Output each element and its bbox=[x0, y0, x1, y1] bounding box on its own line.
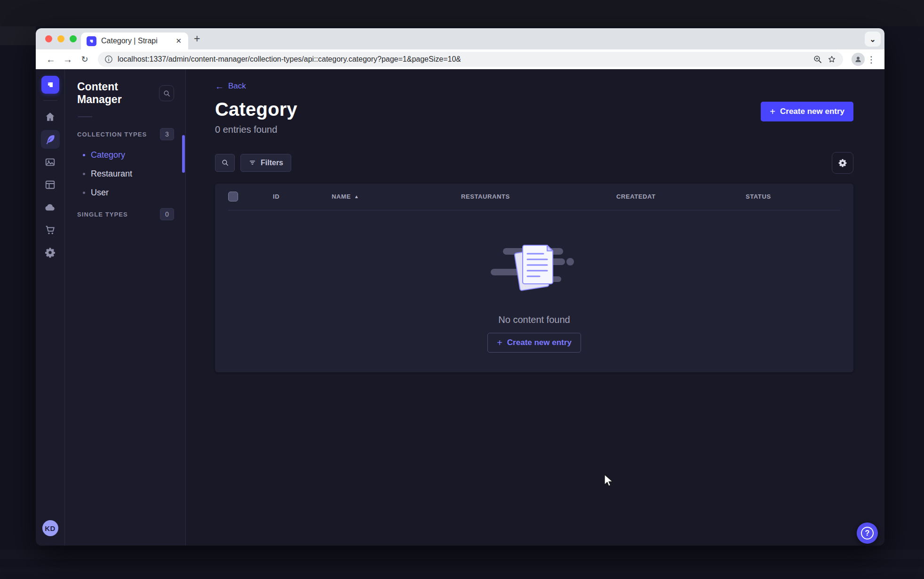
column-header-id[interactable]: ID bbox=[273, 193, 332, 200]
single-types-count-badge: 0 bbox=[160, 208, 174, 220]
column-header-name[interactable]: NAME ▲ bbox=[332, 193, 461, 200]
collection-types-list: Category Restaurant User bbox=[77, 145, 174, 202]
main-content: ← Back Category 0 entries found + Create… bbox=[186, 69, 884, 546]
page-title: Category bbox=[215, 99, 297, 120]
help-button[interactable]: ? bbox=[857, 523, 878, 544]
rail-divider bbox=[43, 100, 57, 101]
sidebar-item-media-library[interactable] bbox=[41, 153, 60, 171]
subnav-item-restaurant[interactable]: Restaurant bbox=[77, 164, 174, 183]
subnav-scrollbar-thumb[interactable] bbox=[182, 135, 185, 173]
section-label: SINGLE TYPES bbox=[77, 211, 128, 218]
collection-types-section: COLLECTION TYPES 3 bbox=[77, 127, 174, 142]
gear-icon bbox=[44, 247, 56, 258]
section-label: COLLECTION TYPES bbox=[77, 131, 147, 138]
subnav-item-user[interactable]: User bbox=[77, 183, 174, 202]
bookmark-star-icon[interactable] bbox=[827, 55, 836, 64]
plus-icon: + bbox=[770, 107, 775, 116]
filters-button[interactable]: Filters bbox=[240, 154, 291, 172]
gear-icon bbox=[838, 158, 847, 168]
tab-strip-chevron-icon[interactable]: ⌄ bbox=[865, 32, 881, 47]
tab-close-icon[interactable]: ✕ bbox=[175, 37, 183, 45]
empty-state: No content found + Create new entry bbox=[215, 210, 853, 353]
mouse-cursor bbox=[603, 474, 616, 488]
close-window-button[interactable] bbox=[45, 35, 52, 42]
single-types-section: SINGLE TYPES 0 bbox=[77, 207, 174, 222]
desktop-decor-block bbox=[0, 26, 36, 45]
back-link[interactable]: ← Back bbox=[215, 81, 246, 91]
cart-icon bbox=[44, 224, 56, 236]
plus-icon: + bbox=[497, 338, 502, 347]
new-tab-button[interactable]: + bbox=[194, 33, 200, 44]
browser-reload-button[interactable]: ↻ bbox=[76, 54, 93, 64]
no-content-illustration bbox=[485, 239, 584, 298]
browser-profile-icon[interactable] bbox=[852, 53, 865, 66]
browser-tab-category[interactable]: Category | Strapi ✕ bbox=[81, 32, 188, 49]
empty-create-entry-button[interactable]: + Create new entry bbox=[487, 333, 581, 353]
url-text: localhost:1337/admin/content-manager/col… bbox=[118, 55, 461, 64]
search-icon bbox=[163, 89, 171, 97]
strapi-favicon-icon bbox=[87, 36, 96, 46]
empty-state-text: No content found bbox=[498, 314, 570, 325]
sidebar-item-home[interactable] bbox=[41, 107, 60, 126]
column-header-restaurants[interactable]: RESTAURANTS bbox=[461, 193, 616, 200]
list-toolbar: Filters bbox=[215, 152, 853, 174]
subnav-item-category[interactable]: Category bbox=[77, 145, 174, 164]
sidebar-item-settings[interactable] bbox=[41, 243, 60, 262]
entries-table: ID NAME ▲ RESTAURANTS CREATEDAT STATUS bbox=[215, 184, 853, 372]
subnav-search-button[interactable] bbox=[159, 85, 174, 101]
zoom-page-icon[interactable] bbox=[813, 55, 822, 64]
zoom-window-button[interactable] bbox=[70, 35, 77, 42]
desktop-background: Category | Strapi ✕ + ⌄ ← → ↻ localhost:… bbox=[0, 0, 924, 579]
browser-toolbar: ← → ↻ localhost:1337/admin/content-manag… bbox=[36, 49, 884, 69]
strapi-logo[interactable] bbox=[41, 76, 59, 94]
sidebar-item-cloud[interactable] bbox=[41, 198, 60, 217]
browser-window: Category | Strapi ✕ + ⌄ ← → ↻ localhost:… bbox=[36, 28, 884, 546]
question-mark-icon: ? bbox=[861, 527, 874, 539]
strapi-app: KD Content Manager COLLECTION TYPES bbox=[36, 69, 884, 546]
column-header-status[interactable]: STATUS bbox=[746, 193, 853, 200]
window-controls bbox=[45, 35, 77, 42]
cloud-icon bbox=[44, 201, 56, 213]
entries-count: 0 entries found bbox=[215, 124, 297, 135]
feather-icon bbox=[44, 134, 56, 145]
subnav-divider bbox=[78, 116, 92, 117]
search-icon bbox=[221, 159, 229, 167]
sidebar-item-content-type-builder[interactable] bbox=[41, 175, 60, 194]
tab-title: Category | Strapi bbox=[101, 37, 170, 45]
media-library-icon bbox=[44, 156, 56, 168]
bullet-icon bbox=[83, 173, 85, 175]
select-all-checkbox[interactable] bbox=[228, 192, 238, 201]
sidebar-item-marketplace[interactable] bbox=[41, 220, 60, 239]
nav-rail: KD bbox=[36, 69, 65, 546]
table-search-button[interactable] bbox=[215, 154, 235, 172]
layout-icon bbox=[44, 179, 56, 191]
filter-icon bbox=[248, 159, 256, 167]
bullet-icon bbox=[83, 192, 85, 194]
table-header-row: ID NAME ▲ RESTAURANTS CREATEDAT STATUS bbox=[215, 184, 853, 210]
bullet-icon bbox=[83, 154, 85, 156]
browser-forward-button[interactable]: → bbox=[59, 54, 76, 65]
address-bar[interactable]: localhost:1337/admin/content-manager/col… bbox=[98, 52, 843, 67]
desktop-top-strip bbox=[0, 0, 924, 26]
browser-back-button[interactable]: ← bbox=[42, 54, 59, 65]
collection-types-count-badge: 3 bbox=[160, 128, 174, 140]
subnav-title: Content Manager bbox=[77, 80, 159, 106]
column-header-createdat[interactable]: CREATEDAT bbox=[616, 193, 746, 200]
sidebar-item-content-manager[interactable] bbox=[41, 130, 60, 149]
content-manager-subnav: Content Manager COLLECTION TYPES 3 bbox=[65, 69, 186, 546]
desktop-decor-streak bbox=[0, 550, 924, 559]
view-settings-button[interactable] bbox=[832, 152, 853, 174]
desktop-decor-streak bbox=[0, 567, 924, 573]
site-info-icon[interactable] bbox=[104, 55, 113, 64]
back-arrow-icon: ← bbox=[215, 82, 224, 91]
browser-menu-kebab-icon[interactable]: ⋮ bbox=[865, 54, 878, 65]
sort-asc-icon: ▲ bbox=[354, 194, 359, 199]
create-new-entry-button[interactable]: + Create new entry bbox=[761, 102, 853, 121]
browser-tab-strip: Category | Strapi ✕ + ⌄ bbox=[36, 28, 884, 49]
user-avatar[interactable]: KD bbox=[42, 520, 58, 536]
minimize-window-button[interactable] bbox=[57, 35, 64, 42]
home-icon bbox=[44, 111, 56, 123]
back-label: Back bbox=[228, 81, 246, 91]
